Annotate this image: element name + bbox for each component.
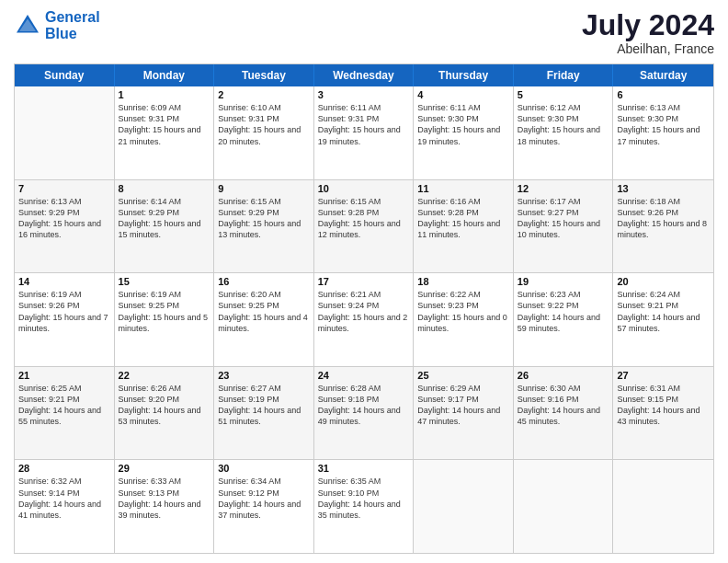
- calendar-cell: 29Sunrise: 6:33 AM Sunset: 9:13 PM Dayli…: [115, 460, 215, 553]
- cell-details: Sunrise: 6:27 AM Sunset: 9:19 PM Dayligh…: [218, 383, 310, 428]
- calendar: SundayMondayTuesdayWednesdayThursdayFrid…: [14, 63, 714, 554]
- page: General Blue July 2024 Abeilhan, France …: [0, 0, 728, 563]
- location: Abeilhan, France: [582, 41, 714, 56]
- cell-details: Sunrise: 6:21 AM Sunset: 9:24 PM Dayligh…: [318, 289, 410, 334]
- cell-details: Sunrise: 6:25 AM Sunset: 9:21 PM Dayligh…: [18, 383, 110, 428]
- calendar-cell: 4Sunrise: 6:11 AM Sunset: 9:30 PM Daylig…: [414, 86, 514, 179]
- cell-details: Sunrise: 6:13 AM Sunset: 9:30 PM Dayligh…: [617, 102, 710, 147]
- title-block: July 2024 Abeilhan, France: [582, 9, 714, 56]
- calendar-cell: 6Sunrise: 6:13 AM Sunset: 9:30 PM Daylig…: [613, 86, 713, 179]
- calendar-week-1: 1Sunrise: 6:09 AM Sunset: 9:31 PM Daylig…: [15, 86, 713, 179]
- calendar-cell: 12Sunrise: 6:17 AM Sunset: 9:27 PM Dayli…: [514, 180, 614, 273]
- calendar-cell: 30Sunrise: 6:34 AM Sunset: 9:12 PM Dayli…: [214, 460, 314, 553]
- cell-details: Sunrise: 6:28 AM Sunset: 9:18 PM Dayligh…: [318, 383, 410, 428]
- cell-details: Sunrise: 6:29 AM Sunset: 9:17 PM Dayligh…: [417, 383, 509, 428]
- logo-text: General Blue: [45, 9, 100, 41]
- calendar-cell: 19Sunrise: 6:23 AM Sunset: 9:22 PM Dayli…: [514, 273, 614, 366]
- day-number: 30: [218, 463, 310, 474]
- calendar-cell: [613, 460, 713, 553]
- cell-details: Sunrise: 6:23 AM Sunset: 9:22 PM Dayligh…: [518, 289, 609, 334]
- calendar-cell: 5Sunrise: 6:12 AM Sunset: 9:30 PM Daylig…: [514, 86, 614, 179]
- cell-details: Sunrise: 6:18 AM Sunset: 9:26 PM Dayligh…: [617, 196, 710, 241]
- calendar-cell: 15Sunrise: 6:19 AM Sunset: 9:25 PM Dayli…: [115, 273, 215, 366]
- calendar-cell: 11Sunrise: 6:16 AM Sunset: 9:28 PM Dayli…: [414, 180, 514, 273]
- calendar-cell: 27Sunrise: 6:31 AM Sunset: 9:15 PM Dayli…: [613, 367, 713, 460]
- calendar-cell: 31Sunrise: 6:35 AM Sunset: 9:10 PM Dayli…: [314, 460, 415, 553]
- calendar-week-4: 21Sunrise: 6:25 AM Sunset: 9:21 PM Dayli…: [15, 366, 713, 460]
- header: General Blue July 2024 Abeilhan, France: [14, 9, 714, 56]
- month-title: July 2024: [582, 9, 714, 41]
- cell-details: Sunrise: 6:11 AM Sunset: 9:30 PM Dayligh…: [417, 102, 509, 147]
- header-day-sunday: Sunday: [15, 64, 115, 86]
- cell-details: Sunrise: 6:16 AM Sunset: 9:28 PM Dayligh…: [417, 196, 509, 241]
- day-number: 7: [18, 183, 110, 194]
- calendar-week-2: 7Sunrise: 6:13 AM Sunset: 9:29 PM Daylig…: [15, 179, 713, 273]
- calendar-cell: 10Sunrise: 6:15 AM Sunset: 9:28 PM Dayli…: [314, 180, 415, 273]
- calendar-cell: 28Sunrise: 6:32 AM Sunset: 9:14 PM Dayli…: [15, 460, 115, 553]
- day-number: 11: [417, 183, 509, 194]
- day-number: 2: [218, 89, 310, 100]
- header-day-friday: Friday: [514, 64, 614, 86]
- calendar-cell: 21Sunrise: 6:25 AM Sunset: 9:21 PM Dayli…: [15, 367, 115, 460]
- cell-details: Sunrise: 6:14 AM Sunset: 9:29 PM Dayligh…: [119, 196, 210, 241]
- calendar-cell: 20Sunrise: 6:24 AM Sunset: 9:21 PM Dayli…: [613, 273, 713, 366]
- logo-icon: [14, 12, 41, 40]
- calendar-cell: 1Sunrise: 6:09 AM Sunset: 9:31 PM Daylig…: [115, 86, 215, 179]
- calendar-cell: 7Sunrise: 6:13 AM Sunset: 9:29 PM Daylig…: [15, 180, 115, 273]
- day-number: 16: [218, 276, 310, 287]
- calendar-cell: 8Sunrise: 6:14 AM Sunset: 9:29 PM Daylig…: [115, 180, 215, 273]
- calendar-header: SundayMondayTuesdayWednesdayThursdayFrid…: [15, 64, 713, 86]
- cell-details: Sunrise: 6:34 AM Sunset: 9:12 PM Dayligh…: [218, 476, 310, 521]
- calendar-cell: [414, 460, 514, 553]
- day-number: 31: [318, 463, 410, 474]
- cell-details: Sunrise: 6:12 AM Sunset: 9:30 PM Dayligh…: [518, 102, 609, 147]
- calendar-cell: 13Sunrise: 6:18 AM Sunset: 9:26 PM Dayli…: [613, 180, 713, 273]
- day-number: 13: [617, 183, 710, 194]
- calendar-cell: 24Sunrise: 6:28 AM Sunset: 9:18 PM Dayli…: [314, 367, 415, 460]
- day-number: 24: [318, 370, 410, 381]
- cell-details: Sunrise: 6:17 AM Sunset: 9:27 PM Dayligh…: [518, 196, 609, 241]
- calendar-cell: 3Sunrise: 6:11 AM Sunset: 9:31 PM Daylig…: [314, 86, 415, 179]
- cell-details: Sunrise: 6:26 AM Sunset: 9:20 PM Dayligh…: [119, 383, 210, 428]
- calendar-cell: [15, 86, 115, 179]
- calendar-cell: 2Sunrise: 6:10 AM Sunset: 9:31 PM Daylig…: [214, 86, 314, 179]
- day-number: 20: [617, 276, 710, 287]
- cell-details: Sunrise: 6:15 AM Sunset: 9:28 PM Dayligh…: [318, 196, 410, 241]
- day-number: 15: [119, 276, 210, 287]
- cell-details: Sunrise: 6:22 AM Sunset: 9:23 PM Dayligh…: [417, 289, 509, 334]
- header-day-tuesday: Tuesday: [214, 64, 314, 86]
- cell-details: Sunrise: 6:33 AM Sunset: 9:13 PM Dayligh…: [119, 476, 210, 521]
- calendar-cell: 25Sunrise: 6:29 AM Sunset: 9:17 PM Dayli…: [414, 367, 514, 460]
- day-number: 5: [518, 89, 609, 100]
- day-number: 29: [119, 463, 210, 474]
- calendar-cell: 16Sunrise: 6:20 AM Sunset: 9:25 PM Dayli…: [214, 273, 314, 366]
- logo: General Blue: [14, 9, 100, 41]
- day-number: 27: [617, 370, 710, 381]
- header-day-wednesday: Wednesday: [314, 64, 415, 86]
- day-number: 21: [18, 370, 110, 381]
- day-number: 6: [617, 89, 710, 100]
- cell-details: Sunrise: 6:15 AM Sunset: 9:29 PM Dayligh…: [218, 196, 310, 241]
- day-number: 17: [318, 276, 410, 287]
- day-number: 23: [218, 370, 310, 381]
- day-number: 26: [518, 370, 609, 381]
- calendar-cell: 9Sunrise: 6:15 AM Sunset: 9:29 PM Daylig…: [214, 180, 314, 273]
- cell-details: Sunrise: 6:35 AM Sunset: 9:10 PM Dayligh…: [318, 476, 410, 521]
- cell-details: Sunrise: 6:19 AM Sunset: 9:26 PM Dayligh…: [18, 289, 110, 334]
- day-number: 3: [318, 89, 410, 100]
- day-number: 28: [18, 463, 110, 474]
- calendar-cell: 17Sunrise: 6:21 AM Sunset: 9:24 PM Dayli…: [314, 273, 415, 366]
- day-number: 9: [218, 183, 310, 194]
- cell-details: Sunrise: 6:20 AM Sunset: 9:25 PM Dayligh…: [218, 289, 310, 334]
- day-number: 19: [518, 276, 609, 287]
- cell-details: Sunrise: 6:32 AM Sunset: 9:14 PM Dayligh…: [18, 476, 110, 521]
- cell-details: Sunrise: 6:09 AM Sunset: 9:31 PM Dayligh…: [119, 102, 210, 147]
- calendar-week-5: 28Sunrise: 6:32 AM Sunset: 9:14 PM Dayli…: [15, 459, 713, 553]
- day-number: 10: [318, 183, 410, 194]
- cell-details: Sunrise: 6:24 AM Sunset: 9:21 PM Dayligh…: [617, 289, 710, 334]
- day-number: 18: [417, 276, 509, 287]
- day-number: 12: [518, 183, 609, 194]
- day-number: 4: [417, 89, 509, 100]
- calendar-body: 1Sunrise: 6:09 AM Sunset: 9:31 PM Daylig…: [15, 86, 713, 553]
- calendar-cell: 22Sunrise: 6:26 AM Sunset: 9:20 PM Dayli…: [115, 367, 215, 460]
